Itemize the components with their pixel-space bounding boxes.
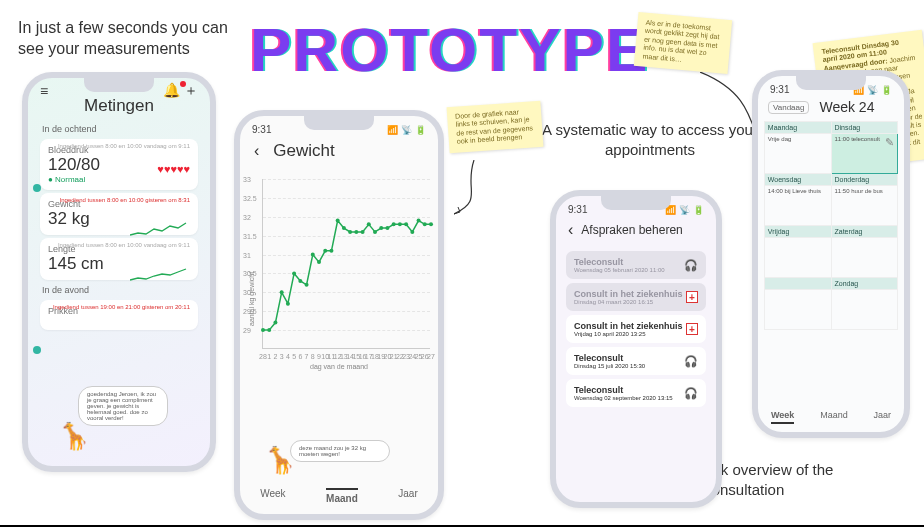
giraffe-mascot-icon: 🦒	[58, 421, 90, 452]
phone-appointments: 9:31 📶📡🔋 ‹ Afspraken beheren Teleconsult…	[550, 190, 722, 508]
tab-year[interactable]: Jaar	[874, 410, 892, 424]
card-gewicht[interactable]: Gewicht 32 kg Ingediend tussen 8:00 en 1…	[40, 193, 198, 235]
section-evening: In de avond	[28, 283, 210, 297]
svg-point-3	[280, 290, 284, 294]
svg-point-10	[323, 249, 327, 253]
svg-point-15	[354, 230, 358, 234]
sticky-note-future: Als er in de toekomst wordt geklikt zegt…	[634, 12, 732, 74]
headset-icon: 🎧	[684, 387, 698, 400]
section-morning: In de ochtend	[28, 122, 210, 136]
week-table[interactable]: MaandagDinsdagVrije dag11:00 teleconsult…	[764, 121, 898, 330]
svg-point-0	[261, 328, 265, 332]
appointment-item[interactable]: Consult in het ziekenhuisVrijdag 10 apri…	[566, 315, 706, 343]
svg-point-16	[361, 230, 365, 234]
tagline-measurements: In just a few seconds you can see your m…	[18, 18, 228, 60]
tab-week[interactable]: Week	[771, 410, 794, 424]
clock-label: 9:31	[770, 84, 789, 95]
headset-icon: 🎧	[684, 355, 698, 368]
signal-icon: 📶	[387, 125, 398, 135]
svg-point-19	[379, 226, 383, 230]
svg-point-4	[286, 302, 290, 306]
svg-point-25	[417, 219, 421, 223]
hospital-icon	[686, 323, 698, 335]
svg-point-1	[267, 328, 271, 332]
wifi-icon: 📡	[679, 205, 690, 215]
battery-icon: 🔋	[415, 125, 426, 135]
sticky-note-chart: Door de grafiek naar links te schuiven, …	[447, 101, 544, 153]
today-button[interactable]: Vandaag	[768, 101, 809, 114]
svg-point-2	[273, 321, 277, 325]
svg-point-6	[298, 279, 302, 283]
sparkline-icon	[130, 266, 190, 282]
tab-month[interactable]: Maand	[326, 488, 358, 504]
page-title: Afspraken beheren	[581, 223, 682, 237]
page-title: Week 24	[819, 99, 874, 115]
svg-point-13	[342, 226, 346, 230]
appointment-item[interactable]: TeleconsultWoensdag 02 september 2020 13…	[566, 379, 706, 407]
hearts-icon: ♥♥♥♥♥	[157, 163, 190, 175]
svg-point-22	[398, 222, 402, 226]
svg-point-24	[410, 230, 414, 234]
svg-point-17	[367, 222, 371, 226]
svg-point-14	[348, 230, 352, 234]
clock-label: 9:31	[252, 124, 271, 135]
sparkline-icon	[130, 221, 190, 237]
battery-icon: 🔋	[881, 85, 892, 95]
clock-label: 9:31	[568, 204, 587, 215]
phone-measurements: ≡ 🔔 ＋ Metingen In de ochtend Bloeddruk 1…	[22, 72, 216, 472]
svg-point-18	[373, 230, 377, 234]
wifi-icon: 📡	[401, 125, 412, 135]
svg-point-21	[392, 222, 396, 226]
headset-icon: 🎧	[684, 259, 698, 272]
svg-point-23	[404, 222, 408, 226]
tagline-appointments: A systematic way to access your appointm…	[540, 120, 760, 159]
plus-icon[interactable]: ＋	[184, 82, 198, 98]
weight-chart[interactable]: 2929.53030.53131.53232.53328123456789101…	[262, 179, 430, 349]
svg-point-8	[311, 253, 315, 257]
svg-point-11	[329, 249, 333, 253]
svg-point-27	[429, 222, 433, 226]
battery-icon: 🔋	[693, 205, 704, 215]
appointment-item[interactable]: TeleconsultWoensdag 05 februari 2020 11:…	[566, 251, 706, 279]
phone-week-overview: 9:31 📶📡🔋 Vandaag Week 24 MaandagDinsdagV…	[752, 70, 910, 438]
tab-week[interactable]: Week	[260, 488, 285, 504]
hero-title: PROTOTYPE	[250, 14, 649, 85]
card-prikken[interactable]: Prikken Ingediend tussen 19:00 en 21:00 …	[40, 300, 198, 330]
menu-icon[interactable]: ≡	[40, 83, 48, 99]
giraffe-speech: deze maand zou je 32 kg moeten wegen!	[290, 440, 390, 462]
chart-xlabel: dag van de maand	[240, 363, 438, 370]
back-icon[interactable]: ‹	[254, 142, 259, 160]
wifi-icon: 📡	[867, 85, 878, 95]
hospital-icon	[686, 291, 698, 303]
bell-icon[interactable]: 🔔	[163, 82, 180, 98]
appointment-item[interactable]: TeleconsultDinsdag 15 juli 2020 15:30🎧	[566, 347, 706, 375]
svg-point-7	[305, 283, 309, 287]
svg-point-12	[336, 219, 340, 223]
card-lengte[interactable]: Lengte 145 cm Ingediend tussen 8:00 en 1…	[40, 238, 198, 280]
giraffe-mascot-icon: 🦒	[264, 445, 296, 476]
card-bloeddruk[interactable]: Bloeddruk 120/80 ● Normaal Ingediend tus…	[40, 139, 198, 190]
svg-point-5	[292, 271, 296, 275]
tab-month[interactable]: Maand	[820, 410, 848, 424]
svg-point-20	[385, 226, 389, 230]
svg-point-9	[317, 260, 321, 264]
tab-year[interactable]: Jaar	[398, 488, 417, 504]
svg-point-26	[423, 222, 427, 226]
phone-weight-chart: 9:31 📶📡🔋 ‹ Gewicht aantal kg gewicht 292…	[234, 110, 444, 520]
giraffe-speech: goedendag Jeroen, ik zou je graag een co…	[78, 386, 168, 426]
page-title: Gewicht	[273, 141, 334, 161]
appointment-item[interactable]: Consult in het ziekenhuisDinsdag 04 maar…	[566, 283, 706, 311]
chart-ylabel: aantal kg gewicht	[248, 272, 255, 326]
back-icon[interactable]: ‹	[568, 221, 573, 239]
